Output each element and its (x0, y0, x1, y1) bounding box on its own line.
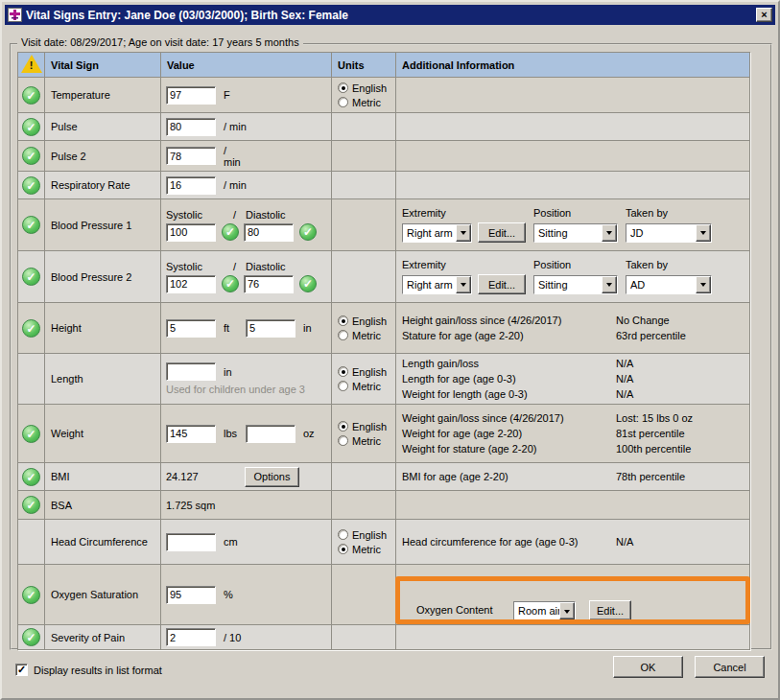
temperature-input[interactable] (166, 86, 216, 105)
english-radio[interactable]: English (338, 364, 395, 379)
title-bar: Vital Signs Entry: Jane Doe (03/03/2000)… (5, 5, 775, 25)
green-check-icon: ✓ (22, 216, 40, 234)
table-row-blood-pressure-2: ✓ Blood Pressure 2 Systolic / Diastolic … (18, 251, 750, 303)
chevron-down-icon[interactable] (456, 224, 471, 242)
diastolic-input[interactable] (244, 275, 294, 293)
table-row-bmi: ✓ BMI 24.127 Options BMI for age (age 2-… (18, 463, 750, 491)
extremity-dropdown[interactable]: Right arm (402, 275, 472, 294)
length-input[interactable] (166, 362, 216, 381)
row-label: Height (51, 322, 82, 334)
taken-by-dropdown[interactable]: JD (626, 223, 712, 243)
info-value: No Change (616, 315, 749, 327)
vital-signs-dialog: Vital Signs Entry: Jane Doe (03/03/2000)… (0, 0, 780, 700)
chevron-down-icon[interactable] (456, 276, 471, 293)
window-title: Vital Signs Entry: Jane Doe (03/03/2000)… (26, 9, 756, 22)
weight-oz-input[interactable] (246, 425, 295, 443)
unit-label: ft (224, 322, 238, 334)
metric-radio[interactable]: Metric (338, 433, 395, 448)
info-value: N/A (616, 373, 749, 385)
taken-by-dropdown[interactable]: AD (626, 275, 712, 294)
unit-label: /min (224, 145, 241, 168)
row-label: Blood Pressure 2 (51, 271, 131, 283)
row-label: Respiratory Rate (51, 179, 130, 191)
chevron-down-icon[interactable] (602, 224, 617, 242)
info-value: N/A (616, 358, 749, 370)
cancel-button[interactable]: Cancel (695, 656, 765, 678)
table-row-respiratory-rate: ✓ Respiratory Rate / min (18, 172, 750, 199)
metric-radio[interactable]: Metric (338, 328, 395, 342)
unit-label: oz (303, 428, 315, 439)
chevron-down-icon[interactable] (696, 276, 711, 293)
info-label: Weight for stature (age 2-20) (402, 443, 616, 455)
weight-lbs-input[interactable] (166, 425, 216, 443)
position-label: Position (533, 207, 626, 219)
english-radio[interactable]: English (338, 81, 395, 95)
bsa-value: 1.725 sqm (166, 500, 215, 511)
row-label: Temperature (51, 89, 110, 101)
oxygen-saturation-input[interactable] (166, 586, 216, 604)
medical-cross-icon (8, 8, 22, 22)
pulse2-input[interactable] (166, 147, 216, 165)
green-check-icon: ✓ (22, 319, 40, 338)
green-check-icon: ✓ (22, 496, 40, 514)
position-dropdown[interactable]: Sitting (533, 275, 618, 294)
english-radio[interactable]: English (338, 527, 395, 542)
info-label: Head circumference for age (age 0-3) (402, 536, 616, 548)
info-label: BMI for age (age 2-20) (402, 471, 616, 483)
green-check-icon: ✓ (299, 275, 317, 292)
additional-info-header: Additional Information (396, 53, 750, 78)
systolic-input[interactable] (166, 275, 216, 293)
row-label: Length (51, 373, 83, 385)
extremity-dropdown[interactable]: Right arm (402, 223, 472, 243)
ok-button[interactable]: OK (613, 656, 683, 678)
unit-label: % (224, 589, 233, 600)
visit-date-label: Visit date: 08/29/2017; Age on visit dat… (17, 36, 303, 48)
table-row-pulse: ✓ Pulse / min (18, 113, 750, 141)
head-circumference-input[interactable] (166, 533, 216, 551)
metric-radio[interactable]: Metric (338, 95, 395, 109)
metric-radio[interactable]: Metric (338, 542, 395, 556)
unit-label: lbs (224, 428, 238, 439)
table-row-oxygen-saturation: ✓ Oxygen Saturation % Oxygen Content Roo… (18, 565, 750, 625)
options-button[interactable]: Options (245, 467, 299, 487)
pulse-input[interactable] (166, 118, 216, 136)
edit-button[interactable]: Edit... (478, 222, 526, 243)
green-check-icon: ✓ (22, 147, 40, 165)
extremity-label: Extremity (402, 259, 478, 270)
metric-radio[interactable]: Metric (338, 379, 395, 393)
systolic-input[interactable] (166, 223, 216, 242)
diastolic-input[interactable] (244, 223, 294, 242)
info-value: N/A (616, 536, 749, 548)
severity-of-pain-input[interactable] (166, 628, 216, 646)
close-icon[interactable]: × (756, 8, 772, 22)
display-list-format-checkbox[interactable]: ✓ Display results in list format (15, 664, 162, 676)
table-row-temperature: ✓ Temperature F English Metric (18, 78, 750, 113)
info-label: Weight for length (age 0-3) (402, 388, 616, 401)
row-label: Oxygen Saturation (51, 589, 138, 600)
green-check-icon: ✓ (22, 468, 40, 486)
chevron-down-icon[interactable] (602, 276, 617, 293)
diastolic-label: Diastolic (246, 209, 286, 221)
height-ft-input[interactable] (166, 319, 216, 338)
chevron-down-icon[interactable] (696, 224, 711, 242)
info-value: Lost: 15 lbs 0 oz (616, 412, 749, 425)
green-check-icon: ✓ (222, 223, 239, 241)
position-label: Position (533, 259, 626, 270)
table-row-severity-of-pain: ✓ Severity of Pain / 10 (18, 625, 750, 650)
edit-button[interactable]: Edit... (478, 274, 526, 294)
edit-button[interactable]: Edit... (589, 600, 631, 620)
chevron-down-icon[interactable] (559, 602, 575, 619)
oxygen-content-dropdown[interactable]: Room air (513, 601, 576, 620)
respiratory-rate-input[interactable] (166, 176, 216, 195)
green-check-icon: ✓ (22, 268, 40, 286)
english-radio[interactable]: English (338, 419, 395, 433)
info-value: 81st percentile (616, 428, 749, 440)
checkbox-check-icon: ✓ (15, 664, 28, 676)
row-label: Head Circumference (51, 536, 148, 548)
position-dropdown[interactable]: Sitting (533, 223, 618, 243)
height-in-input[interactable] (246, 319, 295, 338)
green-check-icon: ✓ (22, 586, 40, 604)
taken-by-label: Taken by (626, 259, 721, 270)
english-radio[interactable]: English (338, 314, 395, 328)
row-label: BSA (51, 500, 72, 511)
